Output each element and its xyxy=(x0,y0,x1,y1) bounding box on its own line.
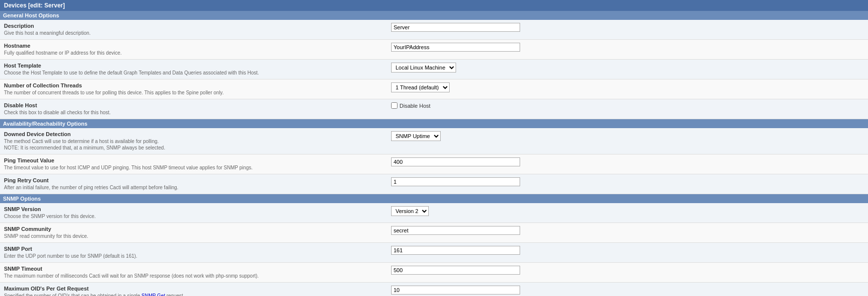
input-col-ping-timeout xyxy=(391,157,864,166)
input-col-snmp-timeout xyxy=(391,266,864,275)
section-snmp-header: SNMP Options xyxy=(0,194,868,203)
snmp-timeout-input[interactable] xyxy=(391,266,520,275)
label-hostname: Hostname Fully qualified hostname or IP … xyxy=(4,43,391,56)
input-col-collection-threads: 1 Thread (default) xyxy=(391,82,864,92)
hostname-input[interactable] xyxy=(391,43,520,52)
row-snmp-timeout: SNMP Timeout The maximum number of milli… xyxy=(0,263,868,283)
row-snmp-port: SNMP Port Enter the UDP port number to u… xyxy=(0,243,868,263)
row-collection-threads: Number of Collection Threads The number … xyxy=(0,79,868,99)
row-host-template: Host Template Choose the Host Template t… xyxy=(0,60,868,79)
section-general-header: General Host Options xyxy=(0,11,868,20)
disable-host-label: Disable Host xyxy=(400,103,430,109)
input-col-host-template: Local Linux Machine xyxy=(391,63,864,73)
input-col-max-oids xyxy=(391,286,864,295)
label-ping-retry: Ping Retry Count After an initial failur… xyxy=(4,177,391,191)
input-col-snmp-version: Version 2 xyxy=(391,206,864,216)
row-hostname: Hostname Fully qualified hostname or IP … xyxy=(0,40,868,60)
description-input[interactable] xyxy=(391,23,520,32)
max-oids-desc: Specified the number of OID's that can b… xyxy=(4,293,141,296)
max-oids-input[interactable] xyxy=(391,286,520,295)
collection-threads-select[interactable]: 1 Thread (default) xyxy=(391,82,450,92)
label-disable-host: Disable Host Check this box to disable a… xyxy=(4,102,391,116)
input-col-snmp-community xyxy=(391,226,864,235)
row-snmp-community: SNMP Community SNMP read community for t… xyxy=(0,223,868,243)
downed-desc-line1: The method Cacti will use to determine i… xyxy=(4,139,159,144)
label-downed-detection: Downed Device Detection The method Cacti… xyxy=(4,131,391,151)
row-description: Description Give this host a meaningful … xyxy=(0,20,868,40)
row-snmp-version: SNMP Version Choose the SNMP version for… xyxy=(0,203,868,223)
snmp-community-input[interactable] xyxy=(391,226,520,235)
label-snmp-version: SNMP Version Choose the SNMP version for… xyxy=(4,206,391,220)
title-bar: Devices [edit: Server] xyxy=(0,0,868,11)
input-col-snmp-port xyxy=(391,246,864,255)
row-max-oids: Maximum OID's Per Get Request Specified … xyxy=(0,283,868,296)
label-snmp-community: SNMP Community SNMP read community for t… xyxy=(4,226,391,239)
input-col-ping-retry xyxy=(391,177,864,186)
label-description: Description Give this host a meaningful … xyxy=(4,23,391,36)
host-template-select[interactable]: Local Linux Machine xyxy=(391,63,456,73)
label-max-oids: Maximum OID's Per Get Request Specified … xyxy=(4,286,391,296)
label-snmp-timeout: SNMP Timeout The maximum number of milli… xyxy=(4,266,391,279)
label-snmp-port: SNMP Port Enter the UDP port number to u… xyxy=(4,246,391,259)
downed-desc-line2: NOTE: It is recommended that, at a minim… xyxy=(4,145,165,150)
downed-detection-select[interactable]: SNMP Uptime xyxy=(391,131,441,141)
label-ping-timeout: Ping Timeout Value The timeout value to … xyxy=(4,157,391,171)
label-host-template: Host Template Choose the Host Template t… xyxy=(4,63,391,76)
disable-host-checkbox[interactable] xyxy=(391,102,398,109)
row-ping-retry: Ping Retry Count After an initial failur… xyxy=(0,174,868,194)
snmp-port-input[interactable] xyxy=(391,246,520,255)
max-oids-desc-end: request. xyxy=(165,293,185,296)
snmp-version-select[interactable]: Version 2 xyxy=(391,206,429,216)
label-collection-threads: Number of Collection Threads The number … xyxy=(4,82,391,96)
section-availability-header: Availability/Reachability Options xyxy=(0,119,868,128)
ping-timeout-input[interactable] xyxy=(391,157,520,166)
row-ping-timeout: Ping Timeout Value The timeout value to … xyxy=(0,154,868,174)
input-col-hostname xyxy=(391,43,864,52)
page-title: Devices [edit: Server] xyxy=(4,2,65,9)
row-downed-detection: Downed Device Detection The method Cacti… xyxy=(0,128,868,154)
input-col-description xyxy=(391,23,864,32)
ping-retry-input[interactable] xyxy=(391,177,520,186)
input-col-downed-detection: SNMP Uptime xyxy=(391,131,864,141)
row-disable-host: Disable Host Check this box to disable a… xyxy=(0,99,868,119)
max-oids-desc-link: SNMP Get xyxy=(141,293,165,296)
input-col-disable-host: Disable Host xyxy=(391,102,864,109)
